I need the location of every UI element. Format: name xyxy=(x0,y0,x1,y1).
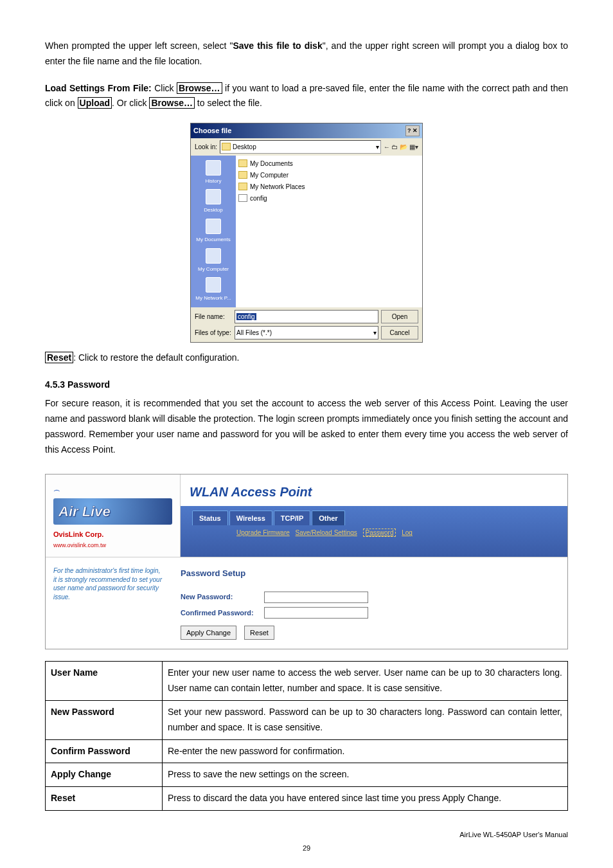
sidebar-label: My Computer xyxy=(198,265,229,274)
save-to-disk-bold: Save this file to disk xyxy=(233,41,322,51)
places-sidebar: History Desktop My Documents My Computer… xyxy=(191,156,236,307)
file-item[interactable]: My Computer xyxy=(238,170,420,181)
table-row: New PasswordSet your new password. Passw… xyxy=(46,700,568,739)
file-label: My Network Places xyxy=(250,181,305,192)
sidebar-desktop[interactable]: Desktop xyxy=(202,187,224,217)
dialog-titlebar: Choose file ? ✕ xyxy=(191,123,422,138)
load-settings-lead: Load Settings From File: xyxy=(45,83,152,93)
computer-icon xyxy=(238,171,247,179)
help-text: For the administrator's first time login… xyxy=(46,557,170,649)
subnav-password[interactable]: Password xyxy=(363,529,396,537)
intro-para-1: When prompted the upper left screen, sel… xyxy=(45,39,568,69)
router-password-panel: ⌢ Air Live OvisLink Corp. www.ovislink.c… xyxy=(45,474,568,650)
tab-other[interactable]: Other xyxy=(312,511,344,526)
text: to select the file. xyxy=(195,98,262,108)
filetype-value: All Files (*.*) xyxy=(236,327,272,338)
choose-file-dialog: Choose file ? ✕ Look in: Desktop ▾ ← 🗀 📂… xyxy=(190,123,423,343)
history-icon xyxy=(206,160,221,176)
table-row: ResetPress to discard the data you have … xyxy=(46,787,568,811)
table-row: Confirm PasswordRe-enter the new passwor… xyxy=(46,739,568,763)
cell-key: New Password xyxy=(46,700,163,739)
folder-icon xyxy=(206,219,221,234)
file-item[interactable]: My Network Places xyxy=(238,181,420,192)
tab-bar: Status Wireless TCP/IP Other xyxy=(192,511,558,526)
brand-url: www.ovislink.com.tw xyxy=(53,541,172,550)
cell-val: Set your new password. Password can be u… xyxy=(163,700,568,739)
subnav-log[interactable]: Log xyxy=(402,529,413,536)
table-row: Apply ChangePress to save the new settin… xyxy=(46,763,568,787)
sidebar-history[interactable]: History xyxy=(204,158,223,188)
window-buttons[interactable]: ? ✕ xyxy=(405,125,420,136)
sidebar-label: Desktop xyxy=(204,206,222,215)
brand-corp: OvisLink Corp. xyxy=(53,529,172,541)
file-item[interactable]: My Documents xyxy=(238,158,420,169)
cell-key: Apply Change xyxy=(46,763,163,787)
cancel-button[interactable]: Cancel xyxy=(381,326,418,339)
panel-title: WLAN Access Point xyxy=(190,481,558,503)
cell-key: User Name xyxy=(46,662,163,701)
new-password-label: New Password: xyxy=(181,591,258,603)
definitions-table: User NameEnter your new user name to acc… xyxy=(45,661,568,811)
reset-button[interactable]: Reset xyxy=(244,626,274,640)
text: When prompted the upper left screen, sel… xyxy=(45,41,233,51)
file-label: My Documents xyxy=(250,158,293,169)
tab-status[interactable]: Status xyxy=(192,511,228,526)
apply-change-button[interactable]: Apply Change xyxy=(181,626,236,640)
file-label: My Computer xyxy=(250,170,289,181)
reset-text: : Click to restore the default configura… xyxy=(73,352,239,363)
file-item[interactable]: config xyxy=(238,193,420,204)
computer-icon xyxy=(206,248,221,264)
tab-tcpip[interactable]: TCP/IP xyxy=(274,511,310,526)
form-title: Password Setup xyxy=(181,566,557,581)
upload-button-ref: Upload xyxy=(78,97,112,109)
sidebar-mycomputer[interactable]: My Computer xyxy=(197,246,230,276)
filename-value: config xyxy=(236,313,256,320)
dialog-title: Choose file xyxy=(193,125,231,137)
footer-text: AirLive WL-5450AP User's Manual xyxy=(45,829,568,841)
lookin-dropdown[interactable]: Desktop ▾ xyxy=(220,140,381,154)
sidebar-mydocs[interactable]: My Documents xyxy=(195,217,231,246)
text: Click xyxy=(152,83,177,93)
text: . Or click xyxy=(112,98,149,108)
page-number: 29 xyxy=(45,842,568,854)
filename-input[interactable]: config xyxy=(235,310,378,323)
browse-button-ref-2: Browse… xyxy=(149,97,195,109)
file-icon xyxy=(238,194,247,202)
toolbar-icons[interactable]: ← 🗀 📂 ▦▾ xyxy=(384,141,418,152)
confirm-password-label: Confirmed Password: xyxy=(181,607,258,619)
network-icon xyxy=(238,183,247,190)
section-heading: 4.5.3 Password xyxy=(45,377,568,393)
sidebar-label: My Network P... xyxy=(195,294,231,303)
cell-key: Confirm Password xyxy=(46,739,163,763)
table-row: User NameEnter your new user name to acc… xyxy=(46,662,568,701)
subnav-save-reload[interactable]: Save/Reload Settings xyxy=(296,529,357,536)
dialog-toolbar: Look in: Desktop ▾ ← 🗀 📂 ▦▾ xyxy=(191,138,422,156)
lookin-value: Desktop xyxy=(233,141,256,152)
sidebar-network[interactable]: My Network P... xyxy=(194,275,232,305)
cell-key: Reset xyxy=(46,787,163,811)
reset-button-ref: Reset xyxy=(45,352,73,363)
reset-line: Reset: Click to restore the default conf… xyxy=(45,350,568,366)
tab-wireless[interactable]: Wireless xyxy=(229,511,272,526)
filetype-label: Files of type: xyxy=(195,327,232,338)
sidebar-label: My Documents xyxy=(196,235,230,244)
lookin-label: Look in: xyxy=(195,141,217,152)
file-label: config xyxy=(250,193,267,204)
subnav: Upgrade Firmware Save/Reload Settings Pa… xyxy=(190,527,558,538)
confirm-password-input[interactable] xyxy=(264,607,368,619)
subnav-upgrade[interactable]: Upgrade Firmware xyxy=(236,529,290,536)
logo-column: ⌢ Air Live OvisLink Corp. www.ovislink.c… xyxy=(46,475,181,557)
file-list[interactable]: My Documents My Computer My Network Plac… xyxy=(236,156,422,307)
cell-val: Re-enter the new password for confirmati… xyxy=(163,739,568,763)
sidebar-label: History xyxy=(206,177,222,186)
network-icon xyxy=(206,277,221,293)
new-password-input[interactable] xyxy=(264,592,368,603)
intro-para-2: Load Settings From File: Click Browse… i… xyxy=(45,81,568,112)
desktop-icon xyxy=(206,189,221,204)
password-form: Password Setup New Password: Confirmed P… xyxy=(170,557,567,649)
desktop-icon xyxy=(222,143,231,150)
open-button[interactable]: Open xyxy=(381,310,418,323)
filetype-dropdown[interactable]: All Files (*.*)▾ xyxy=(235,326,378,339)
cell-val: Enter your new user name to access the w… xyxy=(163,662,568,701)
browse-button-ref: Browse… xyxy=(177,82,222,94)
